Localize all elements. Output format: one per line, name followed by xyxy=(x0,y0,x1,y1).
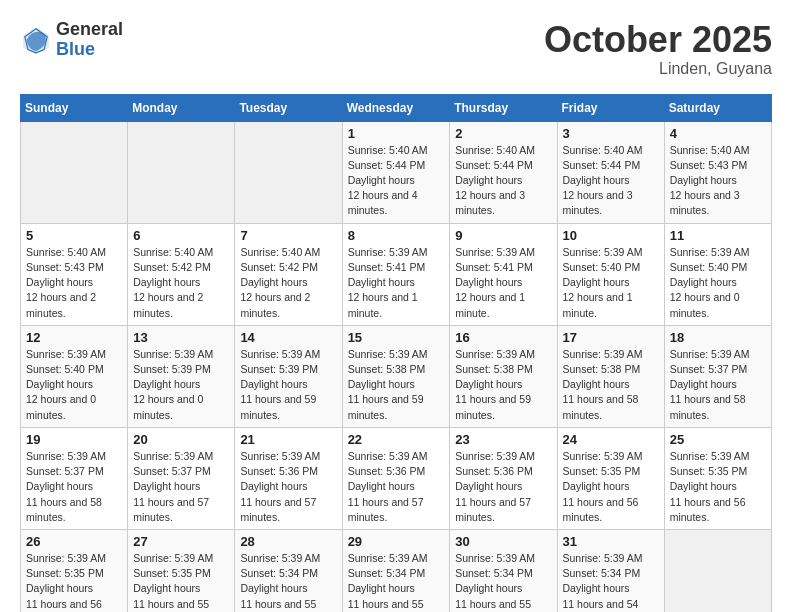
day-number: 25 xyxy=(670,432,766,447)
calendar-cell: 2Sunrise: 5:40 AMSunset: 5:44 PMDaylight… xyxy=(450,121,557,223)
day-number: 26 xyxy=(26,534,122,549)
day-detail: Sunrise: 5:39 AMSunset: 5:36 PMDaylight … xyxy=(348,449,445,525)
calendar-cell: 4Sunrise: 5:40 AMSunset: 5:43 PMDaylight… xyxy=(664,121,771,223)
page-header: General Blue October 2025 Linden, Guyana xyxy=(20,20,772,78)
weekday-header-friday: Friday xyxy=(557,94,664,121)
calendar-cell: 29Sunrise: 5:39 AMSunset: 5:34 PMDayligh… xyxy=(342,529,450,612)
calendar-week-row: 19Sunrise: 5:39 AMSunset: 5:37 PMDayligh… xyxy=(21,427,772,529)
day-number: 20 xyxy=(133,432,229,447)
calendar-cell: 9Sunrise: 5:39 AMSunset: 5:41 PMDaylight… xyxy=(450,223,557,325)
calendar-cell: 22Sunrise: 5:39 AMSunset: 5:36 PMDayligh… xyxy=(342,427,450,529)
day-detail: Sunrise: 5:40 AMSunset: 5:43 PMDaylight … xyxy=(670,143,766,219)
day-detail: Sunrise: 5:39 AMSunset: 5:40 PMDaylight … xyxy=(563,245,659,321)
day-number: 2 xyxy=(455,126,551,141)
day-number: 14 xyxy=(240,330,336,345)
day-detail: Sunrise: 5:40 AMSunset: 5:44 PMDaylight … xyxy=(455,143,551,219)
day-number: 3 xyxy=(563,126,659,141)
calendar-cell: 5Sunrise: 5:40 AMSunset: 5:43 PMDaylight… xyxy=(21,223,128,325)
weekday-header-row: SundayMondayTuesdayWednesdayThursdayFrid… xyxy=(21,94,772,121)
calendar-week-row: 1Sunrise: 5:40 AMSunset: 5:44 PMDaylight… xyxy=(21,121,772,223)
day-number: 21 xyxy=(240,432,336,447)
calendar-cell: 26Sunrise: 5:39 AMSunset: 5:35 PMDayligh… xyxy=(21,529,128,612)
weekday-header-sunday: Sunday xyxy=(21,94,128,121)
day-detail: Sunrise: 5:39 AMSunset: 5:34 PMDaylight … xyxy=(455,551,551,612)
calendar-cell: 15Sunrise: 5:39 AMSunset: 5:38 PMDayligh… xyxy=(342,325,450,427)
day-number: 19 xyxy=(26,432,122,447)
day-detail: Sunrise: 5:40 AMSunset: 5:42 PMDaylight … xyxy=(133,245,229,321)
calendar-cell: 13Sunrise: 5:39 AMSunset: 5:39 PMDayligh… xyxy=(128,325,235,427)
calendar-cell: 18Sunrise: 5:39 AMSunset: 5:37 PMDayligh… xyxy=(664,325,771,427)
day-number: 1 xyxy=(348,126,445,141)
day-detail: Sunrise: 5:39 AMSunset: 5:35 PMDaylight … xyxy=(563,449,659,525)
day-number: 9 xyxy=(455,228,551,243)
day-detail: Sunrise: 5:39 AMSunset: 5:41 PMDaylight … xyxy=(348,245,445,321)
day-number: 23 xyxy=(455,432,551,447)
day-number: 18 xyxy=(670,330,766,345)
day-number: 4 xyxy=(670,126,766,141)
weekday-header-saturday: Saturday xyxy=(664,94,771,121)
day-number: 12 xyxy=(26,330,122,345)
logo-blue: Blue xyxy=(56,40,123,60)
day-number: 5 xyxy=(26,228,122,243)
calendar-cell: 7Sunrise: 5:40 AMSunset: 5:42 PMDaylight… xyxy=(235,223,342,325)
weekday-header-tuesday: Tuesday xyxy=(235,94,342,121)
calendar-cell xyxy=(235,121,342,223)
calendar-week-row: 5Sunrise: 5:40 AMSunset: 5:43 PMDaylight… xyxy=(21,223,772,325)
location: Linden, Guyana xyxy=(544,60,772,78)
calendar-cell: 14Sunrise: 5:39 AMSunset: 5:39 PMDayligh… xyxy=(235,325,342,427)
day-detail: Sunrise: 5:39 AMSunset: 5:37 PMDaylight … xyxy=(670,347,766,423)
calendar-cell: 3Sunrise: 5:40 AMSunset: 5:44 PMDaylight… xyxy=(557,121,664,223)
day-detail: Sunrise: 5:39 AMSunset: 5:34 PMDaylight … xyxy=(240,551,336,612)
logo-general: General xyxy=(56,20,123,40)
calendar-cell: 11Sunrise: 5:39 AMSunset: 5:40 PMDayligh… xyxy=(664,223,771,325)
title-block: October 2025 Linden, Guyana xyxy=(544,20,772,78)
day-detail: Sunrise: 5:39 AMSunset: 5:37 PMDaylight … xyxy=(26,449,122,525)
calendar-cell: 8Sunrise: 5:39 AMSunset: 5:41 PMDaylight… xyxy=(342,223,450,325)
calendar-cell: 6Sunrise: 5:40 AMSunset: 5:42 PMDaylight… xyxy=(128,223,235,325)
weekday-header-thursday: Thursday xyxy=(450,94,557,121)
calendar-cell: 31Sunrise: 5:39 AMSunset: 5:34 PMDayligh… xyxy=(557,529,664,612)
day-detail: Sunrise: 5:39 AMSunset: 5:41 PMDaylight … xyxy=(455,245,551,321)
calendar-cell: 25Sunrise: 5:39 AMSunset: 5:35 PMDayligh… xyxy=(664,427,771,529)
calendar-week-row: 12Sunrise: 5:39 AMSunset: 5:40 PMDayligh… xyxy=(21,325,772,427)
calendar-cell: 16Sunrise: 5:39 AMSunset: 5:38 PMDayligh… xyxy=(450,325,557,427)
logo-text: General Blue xyxy=(56,20,123,60)
month-title: October 2025 xyxy=(544,20,772,60)
day-number: 27 xyxy=(133,534,229,549)
calendar-cell: 20Sunrise: 5:39 AMSunset: 5:37 PMDayligh… xyxy=(128,427,235,529)
day-number: 16 xyxy=(455,330,551,345)
day-detail: Sunrise: 5:39 AMSunset: 5:34 PMDaylight … xyxy=(348,551,445,612)
day-number: 15 xyxy=(348,330,445,345)
calendar-cell xyxy=(21,121,128,223)
day-number: 22 xyxy=(348,432,445,447)
calendar-cell: 1Sunrise: 5:40 AMSunset: 5:44 PMDaylight… xyxy=(342,121,450,223)
day-number: 7 xyxy=(240,228,336,243)
calendar-cell: 21Sunrise: 5:39 AMSunset: 5:36 PMDayligh… xyxy=(235,427,342,529)
day-detail: Sunrise: 5:39 AMSunset: 5:37 PMDaylight … xyxy=(133,449,229,525)
day-detail: Sunrise: 5:39 AMSunset: 5:38 PMDaylight … xyxy=(348,347,445,423)
calendar-week-row: 26Sunrise: 5:39 AMSunset: 5:35 PMDayligh… xyxy=(21,529,772,612)
day-detail: Sunrise: 5:39 AMSunset: 5:34 PMDaylight … xyxy=(563,551,659,612)
day-number: 11 xyxy=(670,228,766,243)
day-number: 28 xyxy=(240,534,336,549)
day-number: 6 xyxy=(133,228,229,243)
day-detail: Sunrise: 5:40 AMSunset: 5:42 PMDaylight … xyxy=(240,245,336,321)
calendar-cell: 28Sunrise: 5:39 AMSunset: 5:34 PMDayligh… xyxy=(235,529,342,612)
logo-icon xyxy=(20,24,52,56)
day-number: 24 xyxy=(563,432,659,447)
day-number: 31 xyxy=(563,534,659,549)
day-detail: Sunrise: 5:39 AMSunset: 5:36 PMDaylight … xyxy=(240,449,336,525)
day-number: 17 xyxy=(563,330,659,345)
calendar-cell: 30Sunrise: 5:39 AMSunset: 5:34 PMDayligh… xyxy=(450,529,557,612)
calendar-cell: 27Sunrise: 5:39 AMSunset: 5:35 PMDayligh… xyxy=(128,529,235,612)
calendar-cell xyxy=(664,529,771,612)
day-detail: Sunrise: 5:40 AMSunset: 5:44 PMDaylight … xyxy=(563,143,659,219)
day-number: 29 xyxy=(348,534,445,549)
calendar-table: SundayMondayTuesdayWednesdayThursdayFrid… xyxy=(20,94,772,612)
day-detail: Sunrise: 5:39 AMSunset: 5:39 PMDaylight … xyxy=(133,347,229,423)
day-detail: Sunrise: 5:39 AMSunset: 5:40 PMDaylight … xyxy=(26,347,122,423)
calendar-cell: 12Sunrise: 5:39 AMSunset: 5:40 PMDayligh… xyxy=(21,325,128,427)
calendar-cell: 17Sunrise: 5:39 AMSunset: 5:38 PMDayligh… xyxy=(557,325,664,427)
calendar-cell: 24Sunrise: 5:39 AMSunset: 5:35 PMDayligh… xyxy=(557,427,664,529)
day-detail: Sunrise: 5:39 AMSunset: 5:36 PMDaylight … xyxy=(455,449,551,525)
